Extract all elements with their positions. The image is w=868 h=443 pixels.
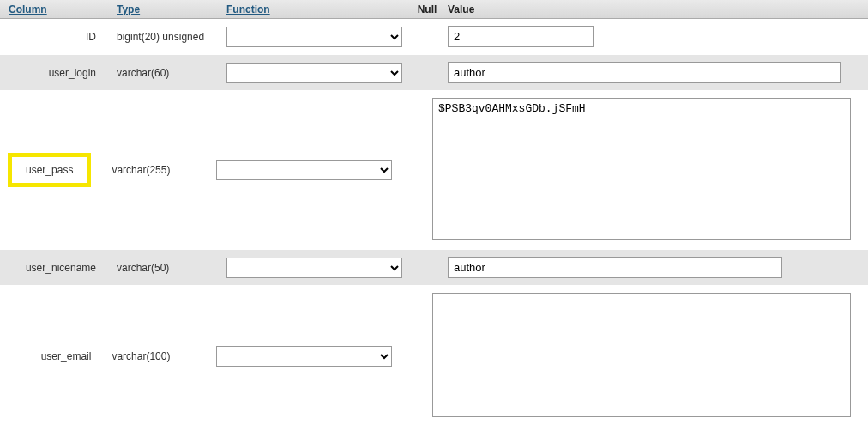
header-function[interactable]: Function bbox=[221, 1, 412, 18]
column-type: bigint(20) unsigned bbox=[112, 31, 221, 43]
column-type: varchar(100) bbox=[106, 350, 211, 362]
header-column[interactable]: Column bbox=[0, 1, 112, 18]
value-input[interactable] bbox=[448, 62, 841, 83]
db-edit-table: Column Type Function Null Value ID bigin… bbox=[0, 0, 868, 428]
table-row: user_email varchar(100) bbox=[0, 286, 868, 428]
table-row: ID bigint(20) unsigned bbox=[0, 19, 868, 55]
value-cell bbox=[427, 293, 868, 420]
column-name: user_login bbox=[0, 67, 112, 79]
header-type[interactable]: Type bbox=[112, 1, 221, 18]
value-cell bbox=[443, 62, 868, 83]
column-name: user_email bbox=[0, 350, 106, 362]
table-header-row: Column Type Function Null Value bbox=[0, 0, 868, 19]
table-row: user_pass varchar(255) $P$B3qv0AHMxsGDb.… bbox=[0, 91, 868, 250]
value-textarea[interactable] bbox=[432, 293, 851, 417]
function-cell bbox=[221, 258, 412, 278]
table-row: user_login varchar(60) bbox=[0, 55, 868, 91]
column-type: varchar(60) bbox=[112, 67, 221, 79]
column-type: varchar(255) bbox=[106, 164, 211, 176]
table-row: user_nicename varchar(50) bbox=[0, 250, 868, 286]
column-type: varchar(50) bbox=[112, 262, 221, 274]
function-select[interactable] bbox=[216, 160, 392, 180]
function-select[interactable] bbox=[226, 63, 402, 83]
highlight-box: user_pass bbox=[8, 153, 91, 187]
header-value[interactable]: Value bbox=[443, 1, 868, 18]
function-select[interactable] bbox=[226, 258, 402, 278]
function-select[interactable] bbox=[226, 27, 402, 47]
column-name: ID bbox=[0, 31, 112, 43]
value-cell: $P$B3qv0AHMxsGDb.jSFmH bbox=[427, 98, 868, 242]
header-null[interactable]: Null bbox=[412, 1, 443, 18]
value-input[interactable] bbox=[448, 26, 594, 47]
function-cell bbox=[221, 63, 412, 83]
column-name: user_pass bbox=[0, 153, 106, 187]
value-textarea[interactable]: $P$B3qv0AHMxsGDb.jSFmH bbox=[432, 98, 851, 240]
function-cell bbox=[211, 160, 397, 180]
value-cell bbox=[443, 257, 868, 278]
value-input[interactable] bbox=[448, 257, 782, 278]
function-cell bbox=[211, 346, 397, 367]
column-name: user_nicename bbox=[0, 262, 112, 274]
value-cell bbox=[443, 26, 868, 47]
function-cell bbox=[221, 27, 412, 47]
function-select[interactable] bbox=[216, 346, 392, 367]
